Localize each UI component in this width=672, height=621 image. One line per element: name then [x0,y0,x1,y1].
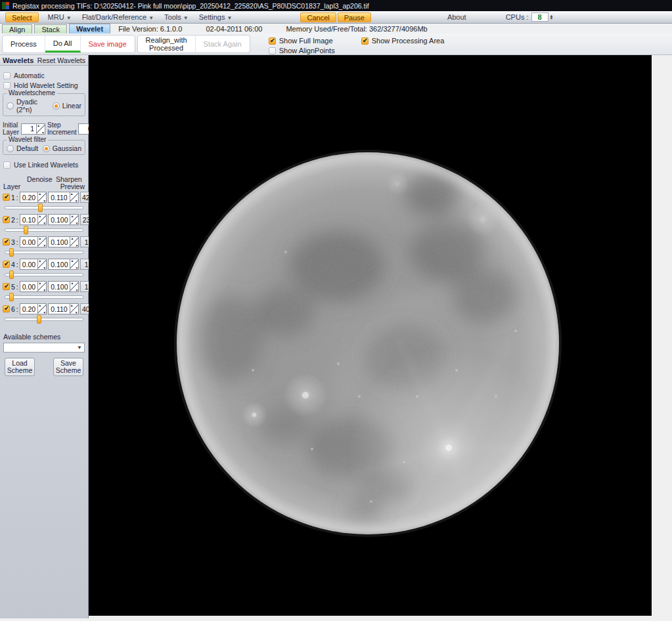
spinner-icon[interactable] [37,237,46,247]
show-full-image-checkbox[interactable]: Show Full Image [269,37,335,45]
radio-icon[interactable] [7,102,14,110]
cancel-button[interactable]: Cancel [300,12,336,22]
show-processing-area-checkbox[interactable]: Show Processing Area [361,37,445,45]
layer-slider[interactable] [5,270,83,279]
chevron-down-icon: ▼ [148,15,154,21]
show-alignpoints-checkbox[interactable]: Show AlignPoints [269,47,335,54]
checkbox-icon[interactable] [3,161,11,169]
layer-enabled-checkbox[interactable] [3,216,10,223]
spinner-icon[interactable] [37,282,46,291]
default-filter-radio[interactable]: Default [7,144,38,152]
sharpen-field[interactable]: 0.100 [48,259,79,270]
scheme-dropdown[interactable]: ▼ [3,343,85,353]
chevron-down-icon: ▼ [77,345,82,351]
spinner-icon[interactable] [70,192,78,202]
linear-radio[interactable]: Linear [53,102,81,110]
save-scheme-button[interactable]: Save Scheme [53,358,83,376]
spinner-icon[interactable] [70,215,78,225]
sharpen-field[interactable]: 0.100 [48,214,79,225]
layer-slider[interactable] [5,203,83,212]
hold-wavelet-setting-checkbox[interactable]: Hold Wavelet Setting [3,81,85,89]
denoise-field[interactable]: 0.10 [20,214,47,225]
gaussian-filter-radio[interactable]: Gaussian [43,144,81,152]
step-increment-label: StepIncrement [47,121,76,136]
wavelet-panel: Wavelets Reset Wavelets Automatic Hold W… [0,55,89,618]
realign-with-processed-button[interactable]: Realign_with Processed [138,35,196,53]
chevron-down-icon: ▼ [227,15,233,21]
load-scheme-button[interactable]: Load Scheme [5,358,35,376]
checkbox-icon[interactable] [3,72,11,79]
spinner-icon[interactable] [37,304,46,314]
spinner-icon[interactable] [70,237,78,247]
layer-enabled-checkbox[interactable] [3,194,10,201]
slider-thumb[interactable] [37,315,41,324]
checkbox-icon[interactable] [3,82,11,89]
slider-thumb[interactable] [9,293,14,301]
layer-slider[interactable] [5,248,83,257]
do-all-button[interactable]: Do All [45,35,81,53]
checkbox-icon[interactable] [361,37,369,45]
layer-number: 4 [11,261,15,268]
layer-slider[interactable] [5,226,83,234]
spinner-icon[interactable] [37,192,46,202]
layer-slider[interactable] [5,293,83,301]
tab-stack[interactable]: Stack [34,24,67,33]
layer-enabled-checkbox[interactable] [3,261,10,268]
dyadic-radio[interactable]: Dyadic (2^n) [7,98,53,114]
slider-thumb[interactable] [9,248,14,257]
denoise-field[interactable]: 0.20 [20,192,47,203]
spinner-icon[interactable] [70,282,78,291]
layer-number: 5 [11,283,15,291]
radio-icon[interactable] [53,102,60,110]
spinner-icon[interactable] [36,124,45,134]
save-image-button[interactable]: Save image [81,35,135,53]
spinner-icon[interactable] [37,259,46,269]
sharpen-field[interactable]: 0.100 [48,236,79,247]
tab-wavelet[interactable]: Wavelet [69,24,110,33]
cpus-value-field[interactable]: 8 [531,12,549,22]
spinner-icon[interactable] [37,215,46,225]
layer-enabled-checkbox[interactable] [3,305,10,312]
registax-app-icon [2,2,9,9]
checkbox-icon[interactable] [269,37,276,45]
tab-align[interactable]: Align [2,24,32,33]
menu-mru[interactable]: MRU ▼ [43,12,77,22]
denoise-field[interactable]: 0.20 [20,303,47,314]
stack-again-button[interactable]: Stack Again [196,35,250,53]
layer-enabled-checkbox[interactable] [3,283,10,290]
select-button[interactable]: Select [5,12,39,22]
menu-tools[interactable]: Tools ▼ [159,12,194,22]
layer-slider[interactable] [5,315,83,324]
automatic-checkbox[interactable]: Automatic [3,72,85,79]
image-canvas[interactable] [89,55,652,616]
spinner-icon[interactable] [70,304,78,314]
menu-settings[interactable]: Settings ▼ [194,12,238,22]
sharpen-field[interactable]: 0.100 [48,281,79,292]
wavelet-layer-row: 6 : 0.20 0.110 40.4 [3,303,85,314]
layer-number: 2 [11,216,15,224]
use-linked-wavelets-checkbox[interactable]: Use Linked Wavelets [3,161,85,169]
spin-down-icon[interactable]: ▼ [550,17,554,20]
build-datetime-text: 02-04-2011 06:00 [206,25,262,33]
slider-thumb[interactable] [24,226,28,234]
sharpen-field[interactable]: 0.110 [48,192,79,203]
slider-thumb[interactable] [9,270,14,279]
denoise-field[interactable]: 0.00 [20,236,47,247]
denoise-field[interactable]: 0.00 [20,281,47,292]
menu-about[interactable]: About [442,12,472,22]
cpus-spinner[interactable]: ▲▼ [550,14,554,20]
checkbox-icon[interactable] [269,47,276,54]
menu-flat-dark-reference[interactable]: Flat/Dark/Reference ▼ [77,12,159,22]
slider-thumb[interactable] [38,203,43,212]
denoise-field[interactable]: 0.00 [20,259,47,270]
sharpen-field[interactable]: 0.110 [48,303,79,314]
radio-icon[interactable] [7,145,14,152]
layer-number: 6 [11,305,15,313]
radio-icon[interactable] [43,145,50,152]
initial-layer-field[interactable]: 1 [21,123,45,135]
reset-wavelets-button[interactable]: Reset Wavelets [37,56,85,64]
process-button[interactable]: Process [3,35,45,53]
layer-enabled-checkbox[interactable] [3,238,10,246]
spinner-icon[interactable] [70,259,78,269]
pause-button[interactable]: Pause [338,12,371,22]
